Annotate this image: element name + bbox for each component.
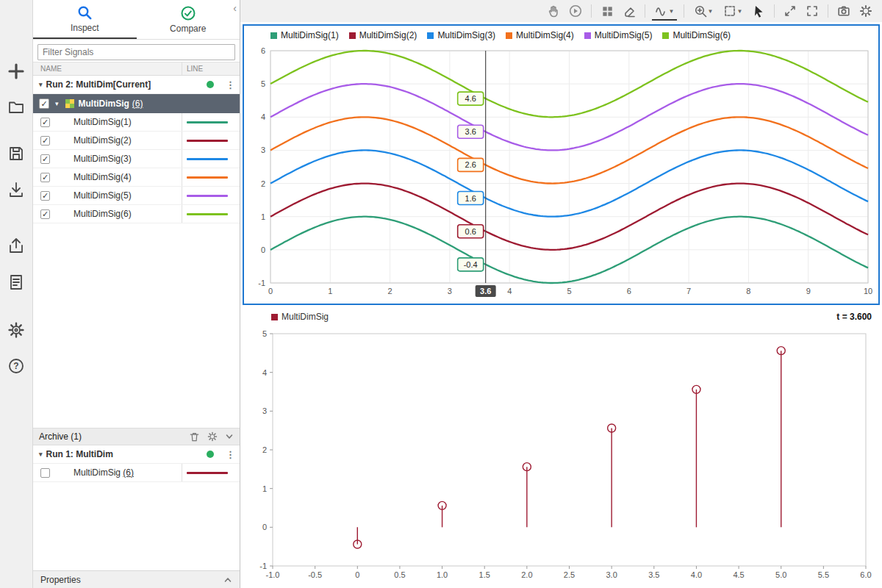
signal-checkbox[interactable]: ✓ — [40, 136, 50, 146]
run2-menu-icon[interactable]: ⋮ — [226, 79, 235, 90]
grid-layout-icon — [601, 5, 614, 18]
svg-text:4.0: 4.0 — [691, 570, 702, 579]
tab-inspect-label: Inspect — [71, 23, 99, 33]
properties-bar[interactable]: Properties — [33, 570, 240, 588]
check-circle-icon — [180, 5, 196, 21]
signal-checkbox[interactable]: ✓ — [40, 118, 50, 127]
app-window: ? Inspect Compare ‹ NAME LINE ▾ Run 2: M… — [0, 0, 882, 588]
signal-row[interactable]: ✓ MultiDimSig(5) — [33, 187, 240, 205]
fit-to-view-button[interactable] — [781, 2, 799, 20]
properties-label: Properties — [40, 575, 81, 585]
data-cursor-button[interactable] — [750, 2, 767, 20]
legend-item: MultiDimSig(4) — [506, 30, 574, 40]
snapshot-button[interactable] — [835, 2, 853, 20]
toolbar-separator — [645, 4, 645, 18]
run2-label: Run 2: MultiDim[Current] — [46, 79, 151, 90]
zoom-in-icon — [694, 4, 707, 18]
group-checkbox[interactable]: ✓ — [39, 98, 49, 109]
run1-menu-icon[interactable]: ⋮ — [226, 449, 235, 460]
tab-compare[interactable]: Compare — [137, 0, 240, 39]
signal-row[interactable]: ✓ MultiDimSig(4) — [33, 168, 240, 187]
signal-style-button[interactable]: ▼ — [652, 1, 677, 21]
archive-signal-checkbox[interactable] — [40, 468, 50, 478]
help-button[interactable]: ? — [5, 355, 27, 377]
new-button[interactable] — [5, 60, 27, 82]
preferences-button[interactable] — [5, 319, 27, 341]
top-subplot[interactable]: MultiDimSig(1)MultiDimSig(2)MultiDimSig(… — [243, 24, 880, 305]
signal-label: MultiDimSig(6) — [74, 209, 182, 219]
collapse-run2-icon[interactable]: ▾ — [39, 81, 43, 88]
run1-status-dot — [207, 451, 214, 458]
signal-label: MultiDimSig(4) — [74, 172, 182, 182]
svg-text:-1: -1 — [258, 279, 265, 287]
signal-row[interactable]: ✓ MultiDimSig(2) — [33, 132, 240, 150]
archive-signal-row[interactable]: MultiDimSig (6) — [33, 464, 240, 482]
time-label: t = 3.600 — [836, 312, 872, 322]
svg-text:2: 2 — [262, 445, 267, 454]
export-button[interactable] — [5, 235, 27, 257]
save-button[interactable] — [5, 143, 27, 165]
collapse-properties-icon[interactable] — [223, 576, 232, 584]
collapse-run1-icon[interactable]: ▾ — [39, 451, 43, 458]
bottom-subplot[interactable]: MultiDimSig t = 3.600 -1.0-0.500.51.01.5… — [240, 307, 882, 588]
group-count-link[interactable]: (6) — [132, 98, 143, 109]
run-button[interactable] — [567, 2, 584, 20]
legend-item: MultiDimSig(3) — [427, 30, 495, 40]
archive-signal-label: MultiDimSig (6) — [74, 467, 182, 478]
clear-plots-button[interactable] — [620, 2, 638, 20]
chevron-down-icon: ▼ — [669, 8, 675, 15]
zoom-region-button[interactable]: ▼ — [720, 2, 745, 20]
signal-row[interactable]: ✓ MultiDimSig(1) — [33, 113, 240, 132]
layout-button[interactable] — [598, 2, 616, 20]
expand-arrows-icon — [784, 4, 797, 18]
archive-header[interactable]: Archive (1) — [33, 428, 240, 445]
legend-swatch — [271, 314, 278, 320]
svg-text:1.5: 1.5 — [479, 570, 490, 579]
archive-signal-count-link[interactable]: (6) — [123, 467, 134, 478]
stem-plot[interactable]: -1.0-0.500.51.01.52.02.53.03.54.04.55.05… — [243, 326, 879, 585]
trash-icon[interactable] — [189, 431, 200, 442]
fullscreen-button[interactable] — [803, 2, 821, 20]
svg-text:0.5: 0.5 — [394, 570, 405, 579]
archive-settings-gear-icon[interactable] — [207, 431, 218, 442]
svg-text:3: 3 — [448, 287, 452, 295]
toolbar-separator — [684, 4, 684, 18]
tab-inspect[interactable]: Inspect — [33, 0, 137, 39]
plot-settings-button[interactable] — [857, 2, 875, 20]
run1-row[interactable]: ▾ Run 1: MultiDim ⋮ — [33, 445, 240, 464]
pan-button[interactable] — [545, 2, 562, 20]
signal-row[interactable]: ✓ MultiDimSig(3) — [33, 150, 240, 168]
signal-checkbox[interactable]: ✓ — [40, 154, 50, 164]
legend-item: MultiDimSig(1) — [270, 30, 339, 40]
camera-icon — [837, 4, 850, 18]
signal-checkbox[interactable]: ✓ — [40, 173, 50, 182]
report-button[interactable] — [5, 271, 27, 293]
sidebar-spacer — [33, 223, 240, 428]
svg-text:9: 9 — [806, 287, 811, 295]
play-circle-icon — [569, 4, 582, 18]
multidimsig-group-row[interactable]: ✓ ▾ MultiDimSig (6) — [33, 94, 240, 113]
svg-text:2: 2 — [261, 179, 265, 188]
svg-text:5: 5 — [261, 79, 265, 88]
open-button[interactable] — [5, 96, 27, 118]
import-button[interactable] — [5, 179, 27, 201]
archive-signal-line-sample — [182, 464, 240, 481]
folder-icon — [7, 98, 25, 116]
svg-text:-0.5: -0.5 — [308, 570, 322, 579]
signal-row[interactable]: ✓ MultiDimSig(6) — [33, 205, 240, 223]
signal-list: ✓ MultiDimSig(1) ✓ MultiDimSig(2) ✓ Mult… — [33, 113, 240, 223]
run2-row[interactable]: ▾ Run 2: MultiDim[Current] ⋮ — [33, 76, 240, 94]
svg-text:4.6: 4.6 — [465, 94, 476, 103]
collapse-sidebar-icon[interactable]: ‹ — [233, 3, 237, 13]
filter-signals-input[interactable] — [37, 44, 235, 60]
signal-checkbox[interactable]: ✓ — [40, 209, 50, 219]
hand-icon — [547, 4, 560, 18]
svg-text:4: 4 — [507, 287, 512, 295]
sine-waves-plot[interactable]: 012345678910-10123456-0.40.61.62.63.64.6… — [244, 45, 878, 302]
signal-checkbox[interactable]: ✓ — [40, 191, 50, 201]
toolbar-separator — [591, 4, 592, 18]
zoom-in-button[interactable]: ▼ — [691, 2, 716, 20]
collapse-group-icon[interactable]: ▾ — [55, 100, 59, 107]
svg-text:0.6: 0.6 — [465, 227, 476, 236]
collapse-archive-icon[interactable] — [225, 432, 234, 441]
